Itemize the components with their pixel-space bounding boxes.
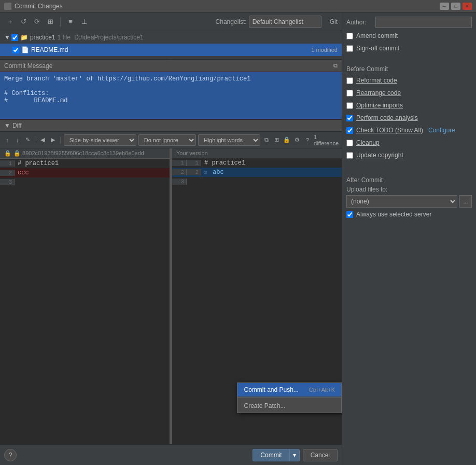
analyze-checkbox[interactable]	[346, 115, 353, 121]
diff-up-button[interactable]: ↑	[3, 135, 11, 145]
cleanup-checkbox[interactable]	[346, 140, 353, 146]
reformat-row: Reformat code	[346, 76, 472, 85]
refresh-button[interactable]: ⟳	[31, 16, 43, 28]
diff-header-label: ▼ Diff	[4, 122, 22, 129]
resize-handle-1[interactable]: ···	[0, 56, 342, 59]
cancel-button[interactable]: Cancel	[303, 449, 338, 461]
upload-settings-button[interactable]: ...	[459, 195, 472, 208]
commit-message[interactable]: Merge branch 'master' of https://github.…	[0, 72, 342, 119]
cleanup-row: Cleanup	[346, 138, 472, 147]
diff-right-line-3: 3	[172, 177, 342, 186]
signoff-label: Sign-off commit	[356, 45, 399, 52]
diff-right-label: Your version	[172, 148, 342, 158]
author-row: Author:	[346, 17, 472, 28]
diff-right-line-2: 2 2 ☑ abc	[172, 168, 342, 177]
minimize-button[interactable]: ─	[440, 3, 449, 10]
diff-sync-button[interactable]: ⊞	[273, 135, 281, 145]
diff-left-file: 🔒 8902c01938f9255f606c18cca6c8c139eb8e0e…	[13, 150, 144, 157]
changelist-select[interactable]: Default Changelist	[249, 16, 321, 28]
toolbar-separator-1	[60, 17, 61, 26]
upload-select[interactable]: (none)	[346, 195, 457, 208]
context-menu-item-commit-push[interactable]: Commit and Push... Ctrl+Alt+K	[237, 383, 341, 396]
close-button[interactable]: ✕	[463, 3, 472, 10]
right-panel: Author: Amend commit Sign-off commit Bef…	[342, 12, 476, 465]
amend-checkbox[interactable]	[346, 33, 353, 39]
diff-left-line-1: 1 # practice1	[0, 159, 170, 168]
commit-push-shortcut: Ctrl+Alt+K	[309, 387, 335, 393]
diff-sep-2	[60, 136, 61, 144]
list-view-button[interactable]: ≡	[65, 16, 76, 28]
context-menu-item-create-patch[interactable]: Create Patch...	[237, 399, 341, 413]
after-commit-section: After Commit Upload files to: (none) ...…	[346, 174, 472, 219]
file-name: README.md	[31, 46, 68, 53]
undo-button[interactable]: ↺	[18, 16, 29, 28]
diff-right-linenum-1: 1	[172, 160, 187, 166]
folder-icon: 📁	[20, 34, 28, 41]
main-container: ＋ ↺ ⟳ ⊞ ≡ ⊥ Changelist: Default Changeli…	[0, 12, 476, 465]
diff-expand-icon: ▼	[4, 122, 10, 129]
diff-ignore-select[interactable]: Do not ignore	[138, 134, 196, 146]
settings-button[interactable]: ⊞	[45, 16, 56, 28]
diff-right-line-1: 1 1 # practice1	[172, 158, 342, 168]
rearrange-checkbox[interactable]	[346, 90, 353, 97]
analyze-label: Perform code analysis	[356, 114, 418, 121]
amend-commit-row: Amend commit	[346, 31, 472, 40]
diff-prev-button[interactable]: ◀	[38, 135, 47, 145]
signoff-commit-row: Sign-off commit	[346, 44, 472, 53]
commit-dropdown-button[interactable]: ▾	[289, 449, 300, 461]
diff-viewer-select[interactable]: Side-by-side viewer	[64, 134, 136, 146]
copyright-checkbox[interactable]	[346, 152, 353, 159]
copyright-label: Update copyright	[356, 152, 403, 159]
diff-highlight-select[interactable]: Highlight words	[198, 134, 260, 146]
diff-right-content-1: # practice1	[201, 159, 342, 167]
commit-section: Commit Message ⧉ Merge branch 'master' o…	[0, 60, 342, 119]
diff-difference-badge: 1 difference	[314, 134, 339, 146]
diff-collapse-button[interactable]: ⧉	[262, 135, 271, 145]
root-checkbox[interactable]	[11, 34, 18, 41]
diff-right-linenum-1b: 1	[187, 160, 201, 166]
help-button[interactable]: ?	[4, 449, 17, 461]
modified-badge: 1 modified	[311, 47, 338, 53]
main-toolbar: ＋ ↺ ⟳ ⊞ ≡ ⊥ Changelist: Default Changeli…	[0, 12, 342, 31]
tree-view-button[interactable]: ⊥	[78, 16, 90, 28]
diff-title: Diff	[12, 122, 22, 129]
diff-settings-button[interactable]: ⚙	[293, 135, 301, 145]
always-checkbox[interactable]	[346, 211, 353, 218]
diff-check-icon[interactable]: ☑	[201, 169, 209, 175]
commit-split-button: Commit ▾	[253, 449, 299, 461]
file-tree-root[interactable]: ▼ 📁 practice1 1 file D:/ideaProjects/pra…	[0, 31, 342, 44]
readme-checkbox[interactable]	[12, 47, 19, 53]
diff-left-line-2: 2 ccc	[0, 168, 170, 177]
signoff-checkbox[interactable]	[346, 45, 353, 52]
reformat-checkbox[interactable]	[346, 77, 353, 84]
optimize-checkbox[interactable]	[346, 102, 353, 109]
diff-left-label: 🔒 🔒 8902c01938f9255f606c18cca6c8c139eb8e…	[0, 148, 170, 159]
window-icon	[4, 3, 11, 10]
commit-expand-button[interactable]: ⧉	[333, 62, 338, 69]
configure-link[interactable]: Configure	[428, 127, 455, 134]
maximize-button[interactable]: □	[451, 3, 460, 10]
file-tree: ▼ 📁 practice1 1 file D:/ideaProjects/pra…	[0, 31, 342, 60]
diff-left-linenum-2: 2	[0, 170, 15, 176]
diff-right-content-2: abc	[209, 169, 342, 176]
reformat-label: Reformat code	[356, 77, 397, 84]
cleanup-label: Cleanup	[356, 139, 380, 146]
diff-help-button[interactable]: ?	[303, 135, 312, 145]
diff-left-linenum-3: 3	[0, 179, 15, 185]
diff-left-linenum-1: 1	[0, 160, 15, 167]
diff-lock-button[interactable]: 🔒	[283, 135, 291, 145]
diff-down-button[interactable]: ↓	[13, 135, 22, 145]
author-input[interactable]	[375, 17, 472, 28]
before-commit-label: Before Commit	[346, 65, 472, 73]
commit-button[interactable]: Commit	[253, 449, 289, 461]
add-button[interactable]: ＋	[4, 16, 16, 28]
spacer-2	[346, 163, 472, 167]
diff-sep-1	[35, 136, 35, 144]
diff-edit-button[interactable]: ✎	[24, 135, 32, 145]
todo-checkbox[interactable]	[346, 127, 353, 134]
diff-next-button[interactable]: ▶	[49, 135, 57, 145]
optimize-label: Optimize imports	[356, 102, 403, 109]
diff-left-content-2: ccc	[15, 169, 170, 176]
file-tree-item-readme[interactable]: 📄 README.md 1 modified	[0, 44, 342, 56]
diff-right-linenum-2: 2	[172, 169, 187, 175]
